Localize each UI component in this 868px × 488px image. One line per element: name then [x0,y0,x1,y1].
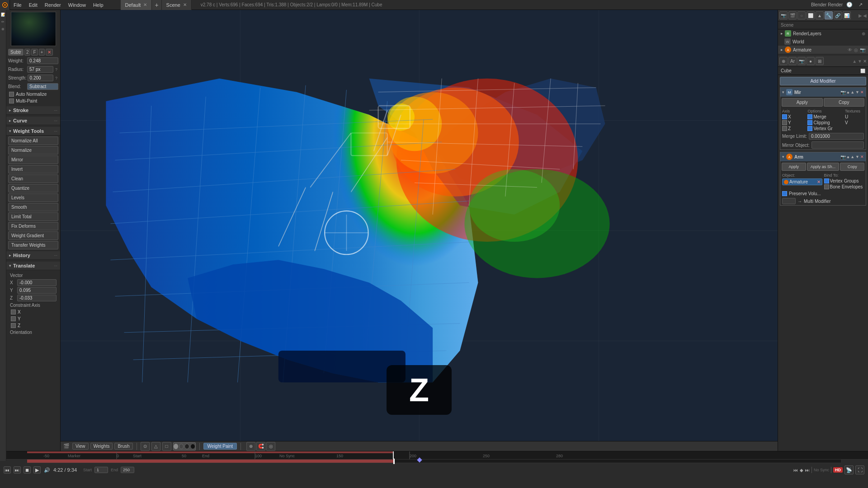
arm-select-icon[interactable]: ◎ [854,47,858,52]
prop-expand-right[interactable]: ▶ [859,13,862,18]
render-layers-item[interactable]: ▸ R RenderLayers ⊕ [778,29,868,38]
history-section-header[interactable]: ▸ History ··· [6,251,60,260]
snap-icon[interactable]: 🧲 [256,442,265,451]
play-icon-btn[interactable]: ⏮ [4,466,11,474]
constraint-y-check[interactable] [11,316,16,321]
prop-icon-constraints[interactable]: 🔗 [834,11,842,19]
radius-value[interactable]: 57 px [27,66,53,73]
mirror-object-field[interactable] [811,141,864,149]
stop-btn[interactable]: ⏹ [24,466,31,474]
sub-tab-subtr[interactable]: Subtr [8,49,24,56]
translate-section-header[interactable]: ▾ Translate ··· [6,262,60,270]
menu-edit[interactable]: Edit [25,0,41,10]
scrubber-handle[interactable] [393,459,395,464]
next-keyframe[interactable]: ⏭ [805,468,810,473]
invert-btn[interactable]: Invert [8,165,58,174]
mir-move-up[interactable]: ▲ [850,90,854,95]
world-item[interactable]: W World [778,38,868,46]
constraint-z-check[interactable] [11,323,16,328]
arm-object-clear[interactable]: ✕ [817,179,821,184]
arm-apply-as-btn[interactable]: Apply as Sh... [807,163,840,171]
viewport-icon-1[interactable]: ⊙ [141,442,150,451]
mir-move-down[interactable]: ▼ [855,90,859,95]
timeline-end-field[interactable]: 250 [121,467,134,473]
add-modifier-btn[interactable]: Add Modifier [780,77,866,85]
arm-move-down[interactable]: ▼ [855,155,859,160]
rpt-expand[interactable]: ▲ [852,59,857,64]
z-value[interactable]: -0.033 [17,295,57,301]
weight-value[interactable]: 0.248 [27,57,58,64]
share-icon[interactable]: ↗ [856,1,864,9]
default-tab-close[interactable]: ✕ [143,2,147,7]
pivot-icon[interactable]: ⊕ [246,442,255,451]
prop-icon[interactable]: ◎ [266,442,275,451]
scene-tab-close[interactable]: ✕ [183,2,187,7]
timeline-start-field[interactable]: 1 [94,467,108,473]
curve-section-header[interactable]: ▸ Curve ··· [6,117,60,125]
prop-icon-data[interactable]: 📊 [843,11,851,19]
clean-btn[interactable]: Clean [8,174,58,183]
stroke-section-header[interactable]: ▸ Stroke ··· [6,106,60,115]
sub-tab-plus[interactable]: + [39,49,45,56]
prop-icon-modifier[interactable]: 🔧 [825,11,833,19]
arm-close[interactable]: ✕ [860,155,864,160]
mirror-mod-header[interactable]: ▾ M Mir 📷 ● ▲ ▼ ✕ [780,88,866,97]
prop-collapse-right[interactable]: ◀ [863,13,867,18]
tab-scene[interactable]: Scene ✕ [162,0,192,10]
prop-icon-object[interactable]: ⬜ [807,11,815,19]
shading-solid[interactable] [173,442,196,450]
prev-frame-btn[interactable]: ⏭ [14,466,21,474]
weights-dropdown[interactable]: Weights [90,443,113,450]
arm-render-icon[interactable]: 📷 [860,47,865,52]
z-check[interactable] [782,126,787,131]
blender-logo[interactable] [0,0,10,10]
viewport-icon-2[interactable]: △ [151,442,160,451]
volume-btn[interactable]: 🔊 [43,466,51,474]
fix-deforms-btn[interactable]: Fix Deforms [8,222,58,230]
mirror-btn[interactable]: Mirror [8,155,58,164]
arm-copy-btn[interactable]: Copy [840,163,864,171]
levels-btn[interactable]: Levels [8,193,58,202]
prop-icon-mesh[interactable]: ▲ [816,11,824,19]
arm-apply-btn[interactable]: Apply [782,163,806,171]
merge-check[interactable] [807,114,812,119]
arm-object-field[interactable]: Armature ✕ [782,178,822,185]
quantize-btn[interactable]: Quantize [8,184,58,192]
rpt-icon4[interactable]: ● [807,57,815,65]
mir-apply-btn[interactable]: Apply [782,98,823,107]
prop-icon-render[interactable]: 📷 [779,11,788,19]
x-value[interactable]: -0.000 [17,279,57,286]
tab-default[interactable]: Default ✕ [121,0,152,10]
menu-render[interactable]: Render [41,0,65,10]
weight-tools-section-header[interactable]: ▾ Weight Tools ··· [6,127,60,136]
rpt-icon1[interactable]: ⊕ [779,57,788,65]
brush-dropdown[interactable]: Brush [114,443,132,450]
scrubber-bar[interactable] [27,460,841,463]
gp-icon-3[interactable]: ⊕ [0,26,6,32]
prop-icon-scene[interactable]: 🎬 [788,11,797,19]
gp-icon-1[interactable]: 📝 [0,12,6,17]
limit-total-btn[interactable]: Limit Total [8,212,58,221]
rpt-icon3[interactable]: 📷 [797,57,806,65]
radius-help[interactable]: ? [54,67,58,72]
multi-mod-field[interactable] [782,198,796,204]
mir-copy-btn[interactable]: Copy [824,98,865,107]
vg-check[interactable] [824,178,829,183]
sub-tab-x[interactable]: ✕ [46,49,53,56]
rpt-icon5[interactable]: ⊞ [816,57,824,65]
clipping-check[interactable] [807,120,812,125]
rpt-close[interactable]: ✕ [863,59,867,64]
add-keyframe[interactable]: ◆ [800,468,803,473]
tab-add[interactable]: + [152,0,161,10]
mode-icon-camera[interactable]: 🎬 [62,442,71,450]
prop-icon-world[interactable]: ○ [797,11,806,19]
normalize-btn[interactable]: Normalize [8,146,58,155]
x-check[interactable] [782,114,787,119]
arm-move-up[interactable]: ▲ [850,155,854,160]
menu-file[interactable]: File [10,0,25,10]
armature-item[interactable]: ▸ A Armature 👁 ◎ 📷 [778,46,868,54]
arm-mod-header[interactable]: ▾ A Arm 📷 ● ▲ ▼ ✕ [780,152,866,161]
cast-icon[interactable]: 📡 [844,465,854,474]
arm-camera[interactable]: 📷 [840,155,846,160]
vertex-gr-check[interactable] [807,126,812,131]
